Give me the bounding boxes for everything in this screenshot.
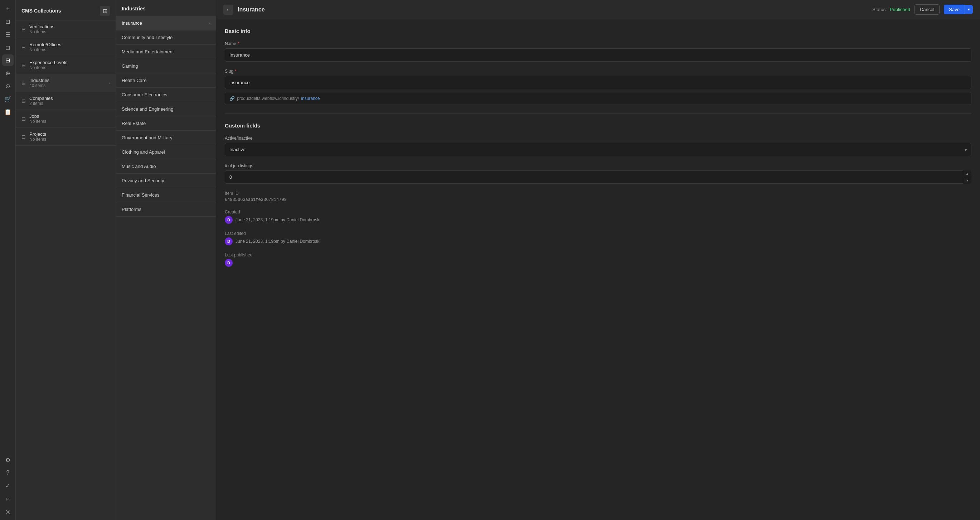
save-dropdown-button[interactable]: ▾ [965,5,973,14]
collection-count: No items [29,29,110,34]
collection-icon: ⊟ [21,98,26,104]
spinner-down-button[interactable]: ▼ [963,177,971,184]
spinner-up-button[interactable]: ▲ [963,171,971,177]
audit-icon[interactable]: ✓ [2,480,14,491]
name-input[interactable] [225,48,971,62]
link-icon: 🔗 [229,96,235,101]
navigator-icon[interactable]: ☰ [2,29,14,40]
industries-title: Industries [122,6,210,11]
status-label: Status: [872,7,886,12]
industry-item-insurance[interactable]: Insurance › [116,16,216,30]
collection-item-experience-levels[interactable]: ⊟ Experience Levels No items [16,56,116,74]
last-edited-field: Last edited D June 21, 2023, 1:19pm by D… [225,231,971,245]
name-label: Name * [225,41,971,46]
collection-name: Verifications [29,24,110,29]
collection-name: Remote/Offices [29,42,110,47]
chevron-right-icon: › [209,21,210,26]
industry-item-music[interactable]: Music and Audio [116,160,216,174]
assets-icon[interactable]: ⊕ [2,67,14,79]
industry-item-community[interactable]: Community and Lifestyle [116,30,216,45]
status-area: Status: Published [872,7,910,12]
custom-fields-title: Custom fields [225,123,971,129]
collection-item-industries[interactable]: ⊟ Industries 40 items › [16,74,116,92]
industry-item-clothing[interactable]: Clothing and Apparel [116,145,216,160]
style-icon[interactable]: ◻ [2,41,14,53]
created-user: D June 21, 2023, 1:19pm by Daniel Dombro… [225,216,971,224]
slug-label: Slug * [225,69,971,74]
collection-name: Jobs [29,113,110,119]
collections-title: CMS Collections [21,8,61,14]
industry-name: Consumer Electronics [122,92,167,97]
cancel-button[interactable]: Cancel [915,4,940,15]
industry-item-privacy[interactable]: Privacy and Security [116,174,216,188]
industry-item-healthcare[interactable]: Health Care [116,73,216,88]
last-published-field: Last published D [225,252,971,267]
back-button[interactable]: ← [223,5,233,15]
industry-item-gaming[interactable]: Gaming [116,59,216,73]
save-button-group: Save ▾ [944,5,973,14]
industry-item-media[interactable]: Media and Entertainment [116,45,216,59]
save-button[interactable]: Save [944,5,965,14]
collection-icon: ⊟ [21,27,26,32]
collection-icon: ⊟ [21,134,26,140]
add-icon[interactable]: ＋ [2,3,14,14]
users2-icon[interactable]: ◎ [2,506,14,517]
industry-item-science[interactable]: Science and Engineering [116,102,216,116]
search-icon[interactable]: ⌕ [2,493,14,504]
collection-item-companies[interactable]: ⊟ Companies 2 items [16,92,116,110]
industry-name: Gaming [122,64,138,69]
item-id-label: Item ID [225,191,971,196]
industry-item-consumer-electronics[interactable]: Consumer Electronics [116,88,216,102]
collection-item-verifications[interactable]: ⊟ Verifications No items [16,21,116,38]
industry-name: Government and Military [122,135,172,140]
industry-name: Insurance [122,21,142,26]
users-icon[interactable]: ⊙ [2,80,14,92]
last-edited-value: June 21, 2023, 1:19pm by Daniel Dombrosk… [235,239,320,244]
collection-name: Experience Levels [29,60,110,65]
slug-input[interactable] [225,76,971,89]
required-marker: * [235,69,237,74]
active-inactive-select[interactable]: Inactive Active [225,143,971,156]
active-inactive-select-wrapper: Inactive Active [225,143,971,156]
collection-item-remote-offices[interactable]: ⊟ Remote/Offices No items [16,38,116,56]
status-value: Published [890,7,910,12]
job-listings-input[interactable] [225,171,971,184]
industry-name: Health Care [122,78,146,83]
last-edited-label: Last edited [225,231,971,236]
industry-item-platforms[interactable]: Platforms [116,203,216,217]
collection-count: No items [29,119,110,124]
item-id-value: 64935b63aab1fe3367814799 [225,197,971,203]
collection-name: Projects [29,131,110,137]
chevron-right-icon: › [108,81,110,86]
required-marker: * [238,41,239,46]
ecommerce-icon[interactable]: 🛒 [2,93,14,105]
collection-item-jobs[interactable]: ⊟ Jobs No items [16,110,116,128]
number-spinners: ▲ ▼ [963,171,971,184]
industry-name: Media and Entertainment [122,49,173,54]
industry-item-real-estate[interactable]: Real Estate [116,116,216,131]
collections-header: CMS Collections ⊞ [16,0,116,21]
forms-icon[interactable]: 📋 [2,106,14,118]
industry-item-government[interactable]: Government and Military [116,131,216,145]
collection-name: Industries [29,78,105,83]
collection-item-projects[interactable]: ⊟ Projects No items [16,128,116,146]
collection-icon: ⊟ [21,62,26,68]
industry-name: Real Estate [122,121,146,126]
detail-panel: ← Insurance Status: Published Cancel Sav… [216,0,980,520]
industry-name: Community and Lifestyle [122,35,172,40]
slug-field-group: Slug * 🔗 productdelta.webflow.io/industr… [225,69,971,105]
pages-icon[interactable]: ⊡ [2,16,14,27]
job-listings-input-wrapper: ▲ ▼ [225,171,971,184]
settings-icon[interactable]: ⚙ [2,454,14,466]
page-title: Insurance [238,6,868,13]
industry-item-financial[interactable]: Financial Services [116,188,216,203]
help-icon[interactable]: ? [2,467,14,479]
collections-panel: CMS Collections ⊞ ⊟ Verifications No ite… [16,0,116,520]
add-collection-button[interactable]: ⊞ [100,6,110,16]
cms-icon[interactable]: ⊟ [2,54,14,66]
divider [225,113,971,114]
industry-name: Science and Engineering [122,106,173,112]
industries-panel: Industries Insurance › Community and Lif… [116,0,216,520]
last-published-user: D [225,259,971,267]
industry-name: Music and Audio [122,164,156,169]
